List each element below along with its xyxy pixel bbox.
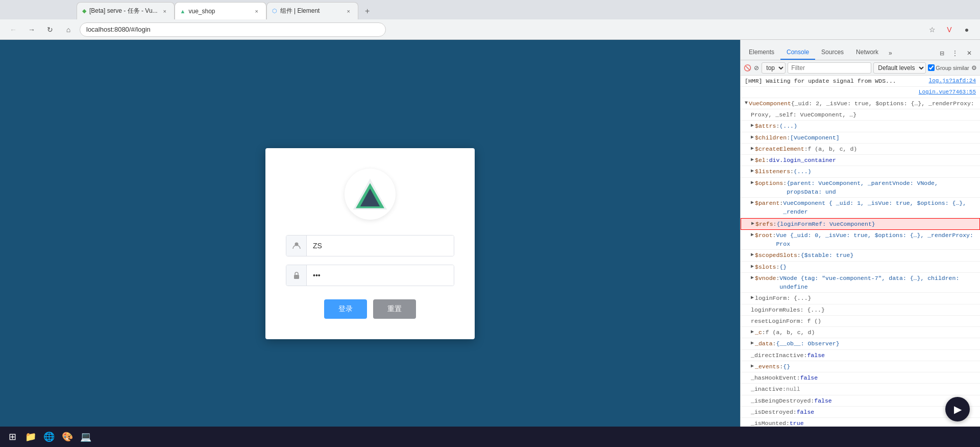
console-line-options[interactable]: ▶ $options : {parent: VueComponent, _par… (741, 178, 980, 198)
level-select[interactable]: Default levels (873, 62, 926, 74)
tab-vue-shop-label: vue_shop (188, 8, 215, 15)
tab-element-label: 组件 | Element (280, 7, 320, 15)
console-line-loginform[interactable]: ▶ loginForm: {...} (741, 293, 980, 304)
console-line-directinactive: _directInactive: false (741, 350, 980, 361)
filter-input[interactable] (788, 62, 871, 74)
console-line-vnode[interactable]: ▶ $vnode : VNode {tag: "vue-component-7"… (741, 273, 980, 293)
context-select[interactable]: top (762, 62, 786, 74)
console-line-listeners[interactable]: ▶ $listeners : (...) (741, 166, 980, 177)
console-line-refs[interactable]: ▶ $refs : {loginFormRef: VueComponent} (741, 218, 980, 230)
tab-bar: ◆ [Beta] serve - 任务 - Vu... × ▲ vue_shop… (0, 0, 980, 19)
folder-icon: 📁 (24, 431, 37, 443)
devtools-menu-btn[interactable]: ⋮ (949, 48, 961, 59)
vue-logo-svg (352, 176, 388, 212)
taskbar: ⊞ 📁 🌐 🎨 💻 (0, 427, 980, 447)
console-line-vuecomponent[interactable]: ▼ VueComponent {_uid: 2, _isVue: true, $… (741, 98, 980, 109)
reset-button[interactable]: 重置 (373, 299, 416, 319)
home-button[interactable]: ⌂ (61, 22, 76, 37)
vue-logo (345, 169, 396, 220)
console-line-el[interactable]: ▶ $el : div.login_container (741, 155, 980, 166)
login-vue-link[interactable]: Login.vue?7463:55 (919, 88, 976, 97)
console-line-proxy: Proxy, _self: VueComponent, …} (741, 109, 980, 121)
start-button[interactable]: ⊞ (4, 429, 20, 445)
console-line-c[interactable]: ▶ _c : f (a, b, c, d) (741, 327, 980, 338)
profile-icon[interactable]: ● (960, 22, 974, 37)
page-viewport: 登录 重置 (0, 40, 740, 447)
forward-button[interactable]: → (24, 22, 39, 37)
tab-favicon-element: ⬡ (272, 8, 277, 14)
url-bar[interactable]: localhost:8080/#/login (80, 22, 386, 37)
tab-vue-shop[interactable]: ▲ vue_shop × (175, 2, 266, 19)
address-bar: ← → ↻ ⌂ localhost:8080/#/login ☆ V ● (0, 19, 980, 40)
tab-vue-shop-close[interactable]: × (253, 7, 261, 15)
group-similar-checkbox[interactable] (928, 64, 935, 71)
browser-button[interactable]: 🌐 (41, 429, 57, 445)
browser-window: ◆ [Beta] serve - 任务 - Vu... × ▲ vue_shop… (0, 0, 980, 447)
tab-beta-label: [Beta] serve - 任务 - Vu... (89, 7, 158, 15)
tab-element-close[interactable]: × (345, 7, 353, 15)
devtools-tab-network[interactable]: Network (850, 45, 885, 60)
settings-gear-icon[interactable]: ⚙ (971, 63, 977, 73)
devtools-toolbar: 🚫 ⊘ top Default levels Group similar ⚙ (741, 60, 980, 76)
reload-button[interactable]: ↻ (43, 22, 57, 37)
tab-beta-close[interactable]: × (161, 7, 169, 15)
console-line-parent[interactable]: ▶ $parent : VueComponent { _uid: 1, _isV… (741, 198, 980, 218)
devtools-tab-elements[interactable]: Elements (743, 45, 780, 60)
svg-rect-4 (294, 275, 299, 279)
url-text: localhost:8080/#/login (86, 26, 151, 33)
console-line-children[interactable]: ▶ $children : [VueComponent] (741, 132, 980, 144)
float-action-button[interactable]: ▶ (945, 397, 970, 421)
devtools-close-button[interactable]: ✕ (963, 46, 976, 60)
console-line-isbeingdestroyed: _isBeingDestroyed: false (741, 395, 980, 407)
design-button[interactable]: 🎨 (59, 429, 76, 445)
back-button[interactable]: ← (6, 22, 20, 37)
chrome-icon: 🌐 (43, 431, 55, 443)
console-line-events[interactable]: ▶ _events : {} (741, 361, 980, 372)
console-line-slots[interactable]: ▶ $slots : {} (741, 262, 980, 273)
vivaldi-icon[interactable]: V (942, 22, 957, 37)
clear-console-btn[interactable]: 🚫 (744, 62, 751, 74)
console-output: [HMR] Waiting for update signal from WDS… (741, 76, 980, 441)
expand-arrow: ▼ (745, 99, 748, 107)
user-icon (286, 236, 307, 256)
devtools-tab-more[interactable]: » (885, 46, 896, 60)
float-play-icon: ▶ (954, 403, 962, 415)
code-button[interactable]: 💻 (78, 429, 94, 445)
username-input-group (286, 235, 454, 256)
password-input[interactable] (307, 265, 454, 286)
group-similar-label: Group similar (928, 64, 969, 71)
vscode-icon: 💻 (80, 431, 92, 443)
button-row: 登录 重置 (324, 299, 416, 319)
browser-icons: ☆ V ● (925, 22, 974, 37)
console-line-loginvue: Login.vue?7463:55 (741, 87, 980, 98)
tab-favicon-beta: ◆ (82, 8, 86, 14)
devtools-tab-console[interactable]: Console (780, 45, 815, 60)
console-line-isdestroyed: _isDestroyed: false (741, 407, 980, 418)
bookmark-icon[interactable]: ☆ (925, 22, 939, 37)
login-button[interactable]: 登录 (324, 299, 367, 319)
tab-element[interactable]: ⬡ 组件 | Element × (266, 2, 358, 19)
console-line-createelement[interactable]: ▶ $createElement : f (a, b, c, d) (741, 144, 980, 155)
attrs-expand: ▶ (751, 122, 754, 129)
file-explorer-button[interactable]: 📁 (22, 429, 39, 445)
devtools-panel: Elements Console Sources Network » ⊟ ⋮ ✕ (740, 40, 980, 447)
console-line-data[interactable]: ▶ _data : {__ob__: Observer} (741, 338, 980, 349)
console-line-root[interactable]: ▶ $root : Vue {_uid: 0, _isVue: true, $o… (741, 230, 980, 250)
devtools-tab-sources[interactable]: Sources (815, 45, 850, 60)
lock-icon (286, 265, 307, 286)
filter-toggle-btn[interactable]: ⊘ (753, 62, 760, 74)
console-line-attrs[interactable]: ▶ $attrs : (...) (741, 121, 980, 132)
devtools-tabs: Elements Console Sources Network » ⊟ ⋮ ✕ (741, 40, 980, 60)
console-line-hashookevent: _hasHookEvent: false (741, 372, 980, 384)
new-tab-button[interactable]: + (360, 4, 375, 18)
console-line-resetloginform: resetLoginForm: f () (741, 316, 980, 327)
password-input-group (286, 265, 454, 286)
console-line-scopedslots[interactable]: ▶ $scopedSlots : {$stable: true} (741, 250, 980, 261)
tab-favicon-vue: ▲ (180, 8, 186, 14)
username-input[interactable] (307, 236, 454, 256)
powerpoint-icon: 🎨 (61, 431, 74, 443)
devtools-dock-btn[interactable]: ⊟ (936, 48, 947, 59)
tab-beta[interactable]: ◆ [Beta] serve - 任务 - Vu... × (77, 2, 175, 19)
hmr-log-link[interactable]: log.js?1afd:24 (929, 77, 976, 85)
main-area: 登录 重置 Elements Console Sources Network (0, 40, 980, 447)
